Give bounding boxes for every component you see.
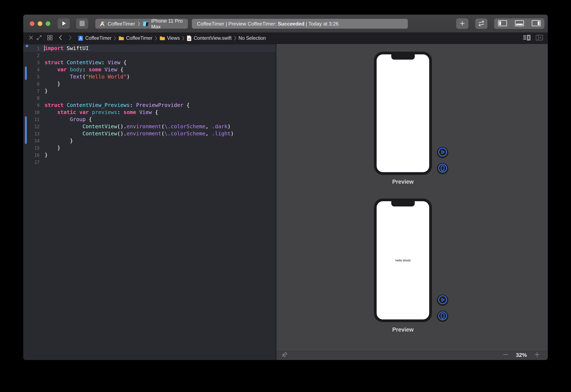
code-token: )	[227, 123, 231, 129]
code-text: }	[45, 145, 60, 151]
swift-file-icon	[187, 35, 192, 41]
code-text: import SwiftUI	[45, 45, 89, 51]
zoom-out-button[interactable]	[502, 351, 509, 359]
code-line-9[interactable]: 9struct ContentView_Previews: PreviewPro…	[23, 102, 276, 109]
stop-icon	[79, 20, 85, 27]
breadcrumb-separator-icon	[182, 36, 184, 41]
code-line-6[interactable]: 6 }	[23, 80, 276, 87]
plus-icon	[459, 20, 465, 27]
code-line-7[interactable]: 7}	[23, 87, 276, 95]
breadcrumb-group[interactable]: CoffeeTimer	[118, 35, 152, 41]
toggle-debug-area-button[interactable]	[511, 18, 528, 29]
code-token: {	[183, 102, 190, 108]
editor-options-button[interactable]	[521, 35, 532, 42]
zoom-level[interactable]: 32%	[509, 352, 534, 358]
code-token	[136, 109, 139, 115]
preview-device-2[interactable]: Hello World	[374, 198, 432, 322]
line-number: 17	[23, 159, 40, 166]
source-editor[interactable]: 1import SwiftUI23struct ContentView: Vie…	[23, 44, 276, 360]
plus-icon	[534, 351, 540, 359]
code-line-8[interactable]: 8	[23, 95, 276, 102]
panel-toggle-group	[494, 18, 544, 29]
chevron-left-icon	[59, 35, 62, 42]
breadcrumb-file[interactable]: ContentView.swift	[187, 35, 231, 41]
code-token: PreviewProvider	[136, 102, 183, 108]
code-token: :	[117, 109, 123, 115]
version-editor-button[interactable]	[475, 18, 487, 29]
scheme-selector[interactable]: CoffeeTimer iPhone 11 Pro Max	[95, 19, 188, 29]
code-token: environment	[126, 123, 161, 129]
code-token: {	[86, 116, 92, 122]
code-line-13[interactable]: 13 ContentView().environment(\.colorSche…	[23, 130, 276, 137]
preview-on-device-button-1[interactable]	[437, 163, 448, 174]
code-token	[101, 67, 105, 73]
code-line-15[interactable]: 15 }	[23, 144, 276, 152]
run-button[interactable]	[58, 18, 70, 29]
code-token: (	[161, 130, 165, 137]
code-text: struct ContentView: View {	[45, 59, 126, 66]
breadcrumb-label: CoffeeTimer	[85, 35, 111, 41]
code-token: ContentView	[67, 59, 101, 66]
code-text: struct ContentView_Previews: PreviewProv…	[45, 102, 190, 108]
code-token: View	[139, 109, 152, 115]
breadcrumb-separator-icon	[234, 36, 237, 41]
breadcrumb-project[interactable]: CoffeeTimer	[78, 35, 111, 41]
code-line-17[interactable]: 17	[23, 159, 276, 166]
close-editor-button[interactable]	[28, 35, 35, 42]
code-line-4[interactable]: 4 var body: some View {	[23, 66, 276, 73]
editor-options-icon	[523, 35, 531, 42]
code-token: Group	[70, 116, 86, 122]
preview-on-device-button-2[interactable]	[437, 311, 448, 322]
canvas-bottom-bar: 32%	[276, 350, 548, 360]
code-line-12[interactable]: 12 ContentView().environment(\.colorSche…	[23, 123, 276, 130]
code-token	[63, 102, 67, 108]
add-editor-button[interactable]	[533, 35, 546, 42]
code-line-11[interactable]: 11 Group {	[23, 116, 276, 123]
code-line-3[interactable]: 3struct ContentView: View {	[23, 59, 276, 66]
toggle-inspector-button[interactable]	[528, 18, 544, 29]
activity-status-bar[interactable]: CoffeeTimer | Preview CoffeeTimer: Succe…	[192, 19, 408, 29]
preview-screen-2[interactable]: Hello World	[377, 201, 429, 319]
breadcrumb-selection[interactable]: No Selection	[239, 35, 266, 41]
code-line-10[interactable]: 10 static var previews: some View {	[23, 109, 276, 116]
close-window-button[interactable]	[30, 21, 34, 26]
breadcrumb-views-folder[interactable]: Views	[159, 35, 180, 41]
code-text: var body: some View {	[45, 67, 123, 73]
go-back-button[interactable]	[56, 35, 65, 42]
code-line-5[interactable]: 5 Text("Hello World")	[23, 73, 276, 80]
toggle-navigator-button[interactable]	[494, 18, 511, 29]
stop-button[interactable]	[76, 18, 88, 29]
minus-icon	[502, 351, 509, 359]
add-library-button[interactable]	[456, 18, 468, 29]
preview-device-1[interactable]	[374, 52, 432, 175]
breadcrumb-label: CoffeeTimer	[126, 35, 152, 41]
code-line-14[interactable]: 14 }	[23, 137, 276, 144]
device-notch	[391, 54, 415, 60]
code-token: :	[101, 59, 108, 66]
zoom-window-button[interactable]	[46, 21, 50, 26]
code-line-2[interactable]: 2	[23, 52, 276, 59]
code-token	[76, 109, 79, 115]
zoom-in-button[interactable]	[534, 351, 540, 359]
minimize-editor-button[interactable]	[35, 35, 44, 42]
go-forward-button[interactable]	[65, 35, 75, 42]
change-bar	[25, 67, 27, 80]
live-preview-button-1[interactable]	[437, 147, 448, 158]
preview-screen-1[interactable]	[377, 54, 429, 172]
preview-canvas: Preview Hello World	[276, 44, 548, 360]
code-token	[45, 116, 70, 122]
live-preview-button-2[interactable]	[437, 294, 448, 306]
code-token	[45, 74, 70, 80]
close-icon	[29, 35, 33, 42]
code-line-16[interactable]: 16}	[23, 152, 276, 159]
line-number: 6	[23, 81, 40, 88]
code-token: {	[117, 67, 123, 73]
minimize-window-button[interactable]	[38, 21, 42, 26]
code-token: var	[57, 67, 67, 73]
pin-preview-button[interactable]	[281, 351, 288, 359]
code-token: }	[45, 88, 48, 94]
add-editor-icon	[536, 35, 543, 42]
code-token: :	[130, 102, 136, 108]
code-line-1[interactable]: 1import SwiftUI	[23, 45, 276, 52]
related-items-button[interactable]	[44, 35, 56, 42]
